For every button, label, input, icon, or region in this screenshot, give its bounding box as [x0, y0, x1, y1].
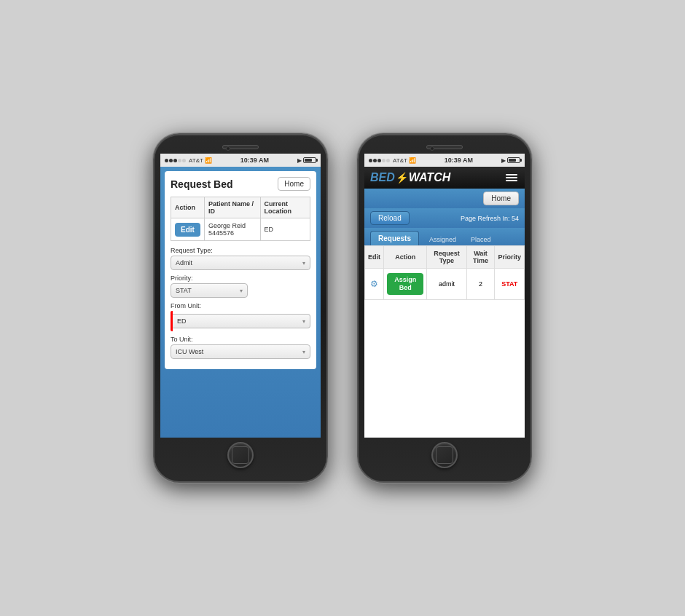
from-unit-select[interactable]: ED ▾	[173, 314, 310, 328]
home-button-hardware-1[interactable]	[227, 442, 254, 468]
tab-placed[interactable]: Placed	[466, 234, 496, 245]
dot1	[165, 159, 168, 162]
to-unit-select[interactable]: ICU West ▾	[171, 344, 310, 359]
tab-requests[interactable]: Requests	[370, 231, 419, 245]
location-icon-2: ▶	[501, 157, 506, 164]
iphone-1: AT&T 📶 10:39 AM ▶ Request Bed Home	[153, 133, 328, 483]
to-unit-chevron-icon: ▾	[302, 349, 305, 355]
request-type-label: Request Type:	[171, 247, 310, 254]
wifi-icon-2: 📶	[409, 157, 416, 164]
refresh-countdown: Page Refresh In: 54	[461, 215, 519, 222]
request-type-value: Admit	[176, 259, 192, 266]
logo-watch: WATCH	[409, 171, 450, 184]
wifi-icon-1: 📶	[205, 157, 212, 164]
priority-select[interactable]: STAT ▾	[171, 283, 248, 298]
requests-tabs: Requests Assigned Placed	[364, 228, 525, 245]
signal-dots-2	[369, 159, 390, 162]
home-button-inner-2	[436, 446, 453, 464]
dot4-2	[382, 159, 385, 162]
bw-wait-time-cell: 2	[466, 269, 495, 300]
dot3	[173, 159, 177, 162]
logo-pulse-icon: ⚡	[396, 172, 408, 183]
col-patient: Patient Name / ID	[204, 197, 260, 218]
logo-bed: BED	[370, 171, 395, 184]
nav-home-button[interactable]: Home	[483, 191, 519, 205]
bw-col-wait-time: Wait Time	[466, 246, 495, 269]
dot1-2	[369, 159, 372, 162]
battery-1	[303, 157, 316, 163]
action-cell: Edit	[171, 218, 205, 241]
home-button-hardware-2[interactable]	[431, 442, 458, 468]
bedwatch-header: BED ⚡ WATCH	[364, 167, 525, 189]
assign-bed-button[interactable]: Assign Bed	[387, 273, 423, 295]
bw-table-row: ⚙ Assign Bed admit 2 STAT	[365, 269, 525, 300]
location-cell: ED	[260, 218, 310, 241]
request-type-group: Request Type: Admit ▾	[171, 247, 310, 270]
status-bar-1: AT&T 📶 10:39 AM ▶	[160, 154, 321, 167]
dot5-2	[386, 159, 390, 162]
menu-icon[interactable]	[504, 173, 519, 183]
tab-assigned[interactable]: Assigned	[425, 234, 461, 245]
dot4	[178, 159, 181, 162]
priority-value: STAT	[176, 287, 192, 294]
carrier-2: AT&T	[393, 157, 407, 164]
battery-fill-1	[305, 159, 313, 162]
signal-dots	[165, 159, 186, 162]
bw-request-type-cell: admit	[427, 269, 466, 300]
battery-fill-2	[509, 159, 517, 162]
bw-col-priority: Priority	[495, 246, 525, 269]
priority-label: Priority:	[171, 275, 310, 282]
to-unit-group: To Unit: ICU West ▾	[171, 336, 310, 359]
dot3-2	[377, 159, 381, 162]
edit-button[interactable]: Edit	[175, 223, 200, 237]
bw-col-edit: Edit	[365, 246, 384, 269]
to-unit-label: To Unit:	[171, 336, 310, 343]
status-bar-2: AT&T 📶 10:39 AM ▶	[364, 154, 525, 167]
patient-table: Action Patient Name / ID Current Locatio…	[171, 197, 310, 241]
chevron-down-icon: ▾	[302, 260, 305, 266]
dot2-2	[373, 159, 377, 162]
menu-line-1	[506, 174, 517, 175]
table-row: Edit George Reid 5445576 ED	[171, 218, 310, 241]
col-action: Action	[171, 197, 205, 218]
bw-priority-cell: STAT	[495, 269, 525, 300]
camera-icon	[226, 146, 230, 151]
location-icon-1: ▶	[297, 157, 302, 164]
bedwatch-actions: Reload Page Refresh In: 54	[364, 208, 525, 228]
battery-2	[507, 157, 520, 163]
bedwatch-nav: Home	[364, 189, 525, 208]
status-right-2: ▶	[501, 157, 520, 164]
home-button-1[interactable]: Home	[278, 177, 310, 191]
from-unit-value: ED	[177, 317, 187, 325]
from-unit-container: ED ▾	[171, 311, 310, 331]
bedwatch-logo: BED ⚡ WATCH	[370, 171, 450, 184]
gear-icon[interactable]: ⚙	[369, 278, 380, 290]
menu-line-3	[506, 180, 517, 181]
phones-container: AT&T 📶 10:39 AM ▶ Request Bed Home	[153, 133, 532, 483]
bedwatch-table: Edit Action Request Type Wait Time Prior…	[364, 245, 525, 300]
screen1-content: Request Bed Home Action Patient Name / I…	[160, 167, 321, 438]
bedwatch-table-container: Edit Action Request Type Wait Time Prior…	[364, 245, 525, 438]
time-2: 10:39 AM	[445, 157, 473, 164]
from-unit-group: From Unit: ED ▾	[171, 302, 310, 331]
req-bed-header: Request Bed Home	[171, 177, 310, 191]
screen-1: AT&T 📶 10:39 AM ▶ Request Bed Home	[160, 154, 321, 438]
priority-stat-badge: STAT	[501, 280, 517, 288]
col-location: Current Location	[260, 197, 310, 218]
from-unit-chevron-icon: ▾	[302, 318, 305, 325]
iphone-2: AT&T 📶 10:39 AM ▶ BED ⚡ WATCH	[357, 133, 532, 483]
time-1: 10:39 AM	[240, 157, 269, 164]
reload-button[interactable]: Reload	[370, 211, 410, 225]
priority-group: Priority: STAT ▾	[171, 275, 310, 298]
request-bed-card: Request Bed Home Action Patient Name / I…	[165, 171, 316, 369]
request-type-select[interactable]: Admit ▾	[171, 256, 310, 270]
page-title-1: Request Bed	[171, 178, 233, 190]
priority-chevron-icon: ▾	[240, 288, 243, 294]
bw-col-action: Action	[384, 246, 427, 269]
from-unit-label: From Unit:	[171, 302, 310, 309]
table-header-row: Edit Action Request Type Wait Time Prior…	[365, 246, 525, 269]
camera-icon-2	[430, 146, 434, 151]
dot2	[169, 159, 173, 162]
menu-line-2	[506, 177, 517, 178]
status-left: AT&T 📶	[165, 157, 212, 164]
